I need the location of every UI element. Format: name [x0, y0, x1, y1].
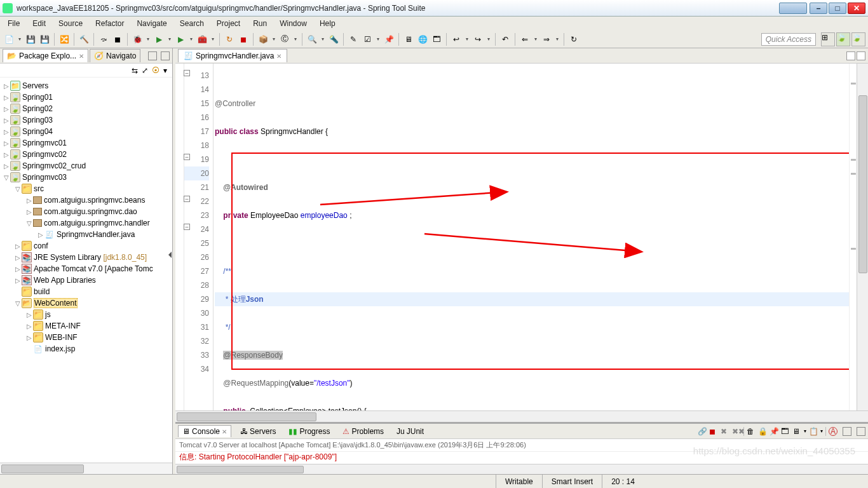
tree-src[interactable]: src — [34, 184, 44, 193]
link-editor-icon[interactable]: ⤢ — [142, 66, 148, 75]
pin-console-icon[interactable]: 📌 — [770, 427, 778, 436]
close-editor-tab-icon[interactable]: ✕ — [276, 53, 281, 60]
build-button[interactable]: 🔨 — [78, 33, 90, 46]
run-last-button[interactable]: ▶ — [174, 33, 187, 46]
tree-springmvc03[interactable]: Springmvc03 — [22, 173, 67, 182]
tree-springmvc01[interactable]: Springmvc01 — [22, 139, 67, 147]
minimize-view-button[interactable] — [148, 51, 157, 60]
servers-tab[interactable]: 🖧Servers — [236, 426, 280, 437]
tree-pkg-dao[interactable]: com.atguigu.springmvc.dao — [44, 207, 137, 216]
servers-icon[interactable]: 🖥 — [402, 33, 415, 46]
code-editor[interactable]: @Controller public class SpringmvcHandle… — [214, 64, 849, 410]
menu-search[interactable]: Search — [175, 18, 209, 29]
tree-pkg-beans[interactable]: com.atguigu.springmvc.beans — [44, 196, 145, 205]
spring-perspective-button[interactable]: 🍃 — [851, 32, 865, 46]
view-menu-icon[interactable]: ▾ — [163, 66, 167, 75]
java-ee-perspective-button[interactable]: 🍃 — [836, 32, 850, 46]
editor-vertical-scrollbar[interactable] — [857, 64, 868, 410]
open-console-icon[interactable]: 📋 — [809, 427, 818, 436]
open-type-button[interactable]: 🔍 — [306, 33, 318, 46]
remove-all-icon[interactable]: ✖✖ — [732, 427, 741, 436]
new-java-package-button[interactable]: 📦 — [257, 33, 269, 46]
overview-ruler[interactable] — [849, 64, 857, 410]
menu-source[interactable]: Source — [53, 18, 88, 29]
refresh-button[interactable]: ↻ — [567, 33, 580, 46]
console-maximize-button[interactable] — [857, 427, 865, 436]
close-tab-icon[interactable]: ✕ — [79, 53, 84, 60]
left-horizontal-scrollbar[interactable] — [0, 463, 172, 474]
tree-conf[interactable]: conf — [34, 241, 48, 250]
navigator-tab[interactable]: 🧭Navigato — [90, 49, 140, 62]
maximize-view-button[interactable] — [161, 51, 170, 60]
tree-springmvc02[interactable]: Springmvc02 — [22, 150, 67, 159]
debug-button[interactable]: 🐞 — [131, 33, 144, 46]
tree-spring02[interactable]: Spring02 — [22, 104, 53, 113]
tree-springmvc02crud[interactable]: Springmvc02_crud — [22, 161, 86, 170]
annotation-ruler[interactable] — [175, 64, 184, 410]
tree-webcontent[interactable]: WebContent — [34, 298, 78, 308]
console-output[interactable]: 信息: Starting ProtocolHandler ["ajp-apr-8… — [175, 452, 868, 464]
display-selected-icon[interactable]: 🖥 — [792, 427, 801, 436]
problems-tab[interactable]: ⚠Problems — [339, 426, 388, 437]
scroll-lock-icon[interactable]: 🔒 — [758, 427, 767, 436]
switch-button[interactable]: 🔀 — [58, 33, 71, 46]
external-tools-button[interactable]: 🧰 — [196, 33, 208, 46]
quick-access-input[interactable]: Quick Access — [761, 33, 816, 46]
collapse-all-icon[interactable]: ⇆ — [132, 66, 138, 75]
editor-tab-springmvchandler[interactable]: 🧾 SpringmvcHandler.java ✕ — [178, 49, 287, 62]
menu-run[interactable]: Run — [248, 18, 272, 29]
clear-console-icon[interactable]: 🗑 — [747, 427, 756, 436]
tree-tomcat[interactable]: Apache Tomcat v7.0 [Apache Tomc — [34, 264, 153, 273]
tree-spring03[interactable]: Spring03 — [22, 116, 53, 125]
run-button[interactable]: ▶ — [153, 33, 165, 46]
forward-button[interactable]: ⇒ — [540, 33, 553, 46]
show-console-icon[interactable]: 🗔 — [781, 427, 790, 436]
toggle-mark-button[interactable]: ✎ — [347, 33, 360, 46]
menu-project[interactable]: Project — [212, 18, 245, 29]
search-button[interactable]: 🔦 — [327, 33, 340, 46]
editor-maximize-button[interactable] — [857, 51, 865, 60]
tree-webapplib[interactable]: Web App Libraries — [34, 276, 96, 285]
window-minimize-restore-pair[interactable] — [779, 3, 807, 14]
new-button[interactable]: 📄 — [3, 33, 15, 46]
editor-horizontal-scrollbar[interactable] — [175, 410, 868, 422]
menu-navigate[interactable]: Navigate — [132, 18, 172, 29]
relaunch-button[interactable]: ↻ — [223, 33, 236, 46]
new-dropdown[interactable]: ▾ — [17, 33, 23, 46]
console-link-icon[interactable]: 🔗 — [698, 427, 707, 436]
last-edit-button[interactable]: ↶ — [499, 33, 512, 46]
remove-launch-icon[interactable]: ✖ — [721, 427, 729, 436]
terminate-icon[interactable]: ◼ — [709, 427, 718, 436]
progress-tab[interactable]: ▮▮Progress — [285, 426, 334, 437]
tree-metainf[interactable]: META-INF — [45, 322, 81, 330]
task-button[interactable]: ☑ — [361, 33, 374, 46]
maximize-button[interactable]: □ — [829, 3, 846, 14]
menu-edit[interactable]: Edit — [27, 18, 51, 29]
tree-handler-java[interactable]: SpringmvcHandler.java — [57, 230, 135, 239]
prev-annotation-button[interactable]: ↩ — [450, 33, 463, 46]
console-minimize-button[interactable] — [843, 427, 851, 436]
menu-window[interactable]: Window — [275, 18, 312, 29]
tree-jre[interactable]: JRE System Library — [34, 253, 101, 262]
menu-refactor[interactable]: Refactor — [90, 18, 129, 29]
line-number-gutter[interactable]: 13 14 15 16 17 18 19 20 21 22 23 24 25 2… — [184, 64, 214, 410]
next-annotation-button[interactable]: ↪ — [471, 33, 484, 46]
open-perspective-button[interactable]: ⊞ — [821, 32, 835, 46]
editor-minimize-button[interactable] — [846, 51, 855, 60]
menu-file[interactable]: File — [3, 18, 25, 29]
new-java-class-button[interactable]: Ⓒ — [278, 33, 291, 46]
window-icon[interactable]: 🗔 — [430, 33, 443, 46]
tree-indexjsp[interactable]: index.jsp — [45, 344, 75, 353]
aop-icon[interactable]: A — [829, 427, 837, 436]
package-explorer-tab[interactable]: 📂 Package Explo... ✕ — [3, 49, 88, 62]
console-horizontal-scrollbar[interactable] — [175, 464, 868, 474]
tree-webinf[interactable]: WEB-INF — [45, 333, 78, 342]
tree-js[interactable]: js — [45, 310, 51, 319]
menu-help[interactable]: Help — [315, 18, 341, 29]
save-all-button[interactable]: 💾 — [38, 33, 51, 46]
pin-button[interactable]: 📌 — [383, 33, 395, 46]
tree-spring01[interactable]: Spring01 — [22, 93, 53, 102]
junit-tab[interactable]: JuJUnit — [393, 426, 428, 437]
tree-build[interactable]: build — [34, 287, 50, 296]
focus-task-icon[interactable]: ⦿ — [152, 66, 159, 75]
